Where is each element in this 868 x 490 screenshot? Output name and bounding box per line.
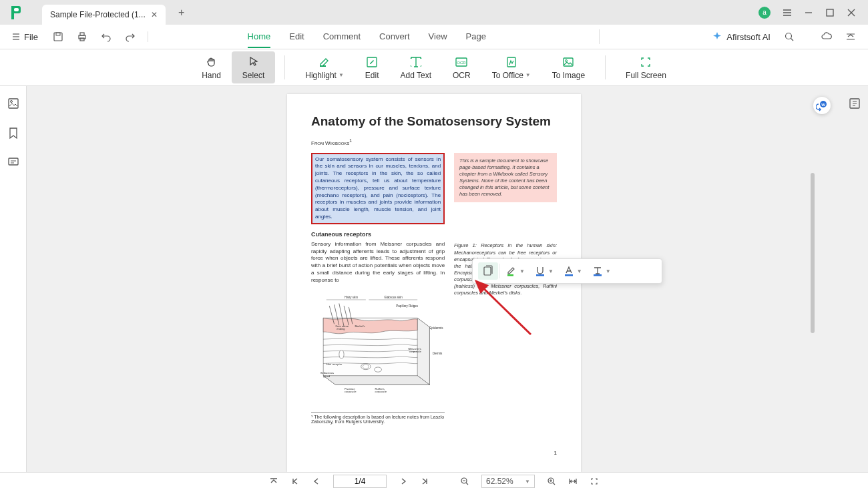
close-tab-icon[interactable]: ✕: [151, 10, 158, 19]
svg-text:corpuscle: corpuscle: [345, 390, 357, 393]
svg-text:Merkel's: Merkel's: [355, 324, 365, 328]
right-sidebar: [841, 86, 868, 472]
svg-point-19: [361, 363, 371, 369]
tab-title: Sample File-Protected (1...: [50, 10, 146, 19]
print-icon[interactable]: [77, 31, 87, 42]
svg-rect-6: [80, 38, 84, 41]
doc-title: Anatomy of the Somatosensory System: [311, 114, 557, 129]
annotation-popup: ▼ ▼ ▼ ▼: [472, 258, 662, 284]
edit-tool[interactable]: Edit: [355, 51, 390, 83]
tab-view[interactable]: View: [429, 26, 447, 48]
side-note: This is a sample document to showcase pa…: [454, 153, 557, 203]
cloud-icon[interactable]: [821, 31, 832, 42]
collapse-ribbon-icon[interactable]: [845, 31, 856, 42]
highlighter-icon: [505, 265, 517, 277]
hand-tool[interactable]: Hand: [191, 51, 232, 83]
zoom-value: 62.52%: [486, 477, 513, 486]
fit-page-icon[interactable]: [590, 477, 599, 486]
zoom-in-icon[interactable]: [547, 477, 556, 486]
left-sidebar: [0, 86, 27, 472]
document-tab[interactable]: Sample File-Protected (1... ✕: [42, 5, 166, 25]
add-text-tool[interactable]: Add Text: [390, 51, 442, 83]
full-screen-label: Full Screen: [626, 71, 666, 80]
ocr-tool[interactable]: OCR OCR: [442, 51, 481, 83]
file-menu[interactable]: File: [12, 32, 38, 42]
svg-text:ending: ending: [337, 327, 345, 330]
properties-icon[interactable]: [848, 97, 861, 110]
app-logo: [7, 3, 25, 22]
zoom-input[interactable]: 62.52%▼: [481, 475, 535, 488]
zoom-out-icon[interactable]: [460, 477, 469, 486]
next-page-icon[interactable]: [399, 477, 408, 486]
search-icon[interactable]: [784, 31, 795, 42]
strikeout-icon: [592, 265, 604, 277]
new-tab-button[interactable]: +: [174, 5, 190, 21]
svg-text:corpuscle: corpuscle: [375, 390, 387, 393]
selected-text[interactable]: Our somatosensory system consists of sen…: [311, 153, 445, 224]
highlight-button[interactable]: ▼: [501, 262, 529, 280]
svg-text:W: W: [821, 103, 825, 107]
close-window-icon[interactable]: [847, 8, 856, 17]
main-area: Anatomy of the Somatosensory System From…: [0, 86, 868, 472]
to-office-label: To Office: [492, 71, 523, 80]
bookmarks-icon[interactable]: [7, 126, 20, 140]
fig-label-epidermis: Epidermis: [429, 326, 443, 329]
undo-icon[interactable]: [101, 31, 112, 42]
right-menu: Afirstsoft AI: [712, 31, 856, 42]
tab-page[interactable]: Page: [466, 26, 486, 48]
svg-text:corpuscle: corpuscle: [409, 350, 421, 353]
scrollbar[interactable]: [811, 173, 815, 333]
to-office-tool[interactable]: To Office ▼: [481, 51, 541, 83]
body-paragraph: Sensory information from Meissner corpus…: [311, 241, 445, 284]
svg-rect-2: [54, 33, 62, 41]
svg-point-21: [375, 367, 382, 372]
svg-point-22: [339, 350, 344, 358]
last-page-icon[interactable]: [420, 477, 429, 486]
full-screen-tool[interactable]: Full Screen: [615, 51, 677, 83]
select-label: Select: [242, 71, 264, 80]
fit-width-icon[interactable]: [568, 477, 578, 486]
svg-rect-39: [594, 274, 602, 276]
first-page-icon[interactable]: [290, 477, 300, 486]
copy-button[interactable]: [478, 262, 498, 280]
underline-button[interactable]: ▼: [530, 262, 558, 280]
to-image-tool[interactable]: To Image: [541, 51, 596, 83]
add-text-label: Add Text: [401, 71, 431, 80]
minimize-icon[interactable]: [804, 8, 813, 17]
svg-rect-37: [536, 274, 544, 276]
font-color-button[interactable]: ▼: [559, 262, 586, 280]
hand-label: Hand: [202, 71, 221, 80]
maximize-icon[interactable]: [825, 8, 835, 17]
select-tool[interactable]: Select: [232, 51, 275, 83]
quick-access-toolbar: [53, 31, 148, 42]
prev-page-icon[interactable]: [312, 477, 321, 486]
menu-tabs: Home Edit Comment Convert View Page: [248, 26, 486, 48]
svg-rect-16: [9, 158, 18, 165]
convert-to-word-badge[interactable]: W: [813, 97, 831, 114]
tab-edit[interactable]: Edit: [289, 26, 304, 48]
copy-icon: [482, 265, 494, 277]
svg-rect-1: [827, 9, 833, 16]
titlebar: Sample File-Protected (1... ✕ + a: [0, 0, 868, 25]
toolbar: Hand Select Highlight ▼ Edit Add Text OC…: [0, 49, 868, 86]
file-menu-label: File: [24, 32, 38, 42]
redo-icon[interactable]: [125, 31, 136, 42]
user-avatar[interactable]: a: [758, 7, 771, 19]
ai-button[interactable]: Afirstsoft AI: [712, 31, 771, 42]
hamburger-icon[interactable]: [783, 8, 792, 17]
document-canvas[interactable]: Anatomy of the Somatosensory System From…: [27, 86, 841, 472]
tab-convert[interactable]: Convert: [379, 26, 410, 48]
highlight-tool[interactable]: Highlight ▼: [294, 51, 355, 83]
tab-home[interactable]: Home: [248, 26, 271, 48]
ocr-label: OCR: [453, 71, 471, 80]
window-controls: a: [758, 7, 868, 19]
save-icon[interactable]: [53, 31, 63, 42]
strikeout-button[interactable]: ▼: [588, 262, 615, 280]
tab-comment[interactable]: Comment: [323, 26, 361, 48]
thumbnails-icon[interactable]: [7, 97, 20, 110]
scroll-top-icon[interactable]: [269, 477, 278, 486]
subheading: Cutaneous receptors: [311, 231, 445, 238]
page-input[interactable]: [333, 475, 387, 488]
comments-icon[interactable]: [7, 156, 20, 169]
svg-rect-5: [80, 33, 84, 35]
